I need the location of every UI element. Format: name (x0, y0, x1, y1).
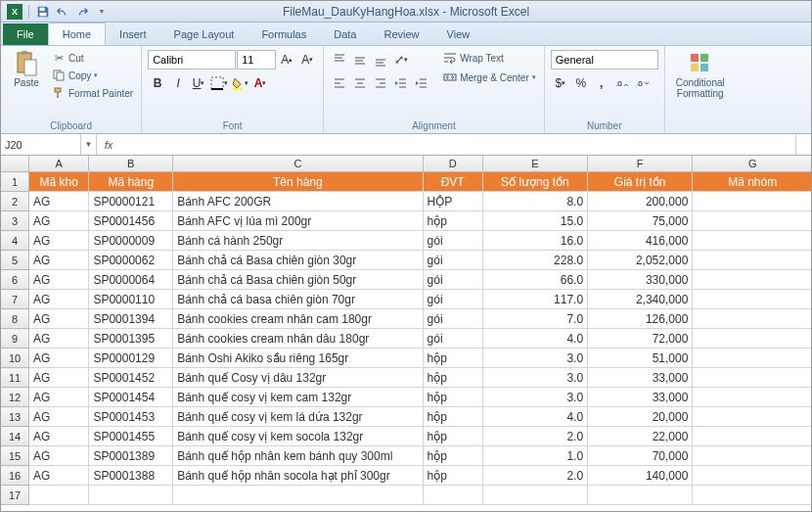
number-format-select[interactable] (551, 50, 658, 70)
name-box[interactable]: J20 (1, 134, 81, 155)
cell[interactable] (173, 486, 423, 505)
cell[interactable]: Số lượng tồn (482, 172, 587, 192)
align-center-icon[interactable] (350, 73, 370, 93)
cell[interactable]: Bánh cookies cream nhân dâu 180gr (173, 329, 423, 349)
cell[interactable]: AG (29, 251, 89, 270)
cell[interactable] (693, 211, 811, 231)
cell[interactable]: hộp (423, 349, 482, 368)
tab-home[interactable]: Home (48, 23, 106, 45)
cell[interactable]: Bánh Oshi Akiko sầu riêng 165gr (173, 349, 423, 368)
wrap-text-button[interactable]: Wrap Text (441, 50, 538, 66)
cell[interactable]: SP0000062 (89, 251, 173, 270)
cell[interactable]: Bánh quế hộp nhân kem bánh quy 300ml (173, 446, 423, 466)
tab-view[interactable]: View (433, 23, 484, 45)
cell[interactable]: 75,000 (588, 211, 693, 231)
cell[interactable]: 3.0 (482, 388, 587, 407)
cell[interactable]: Bánh chả cá basa chiên giòn 70gr (173, 290, 423, 309)
cell[interactable]: HỘP (423, 192, 482, 211)
cell[interactable]: 3.0 (482, 368, 587, 388)
cell[interactable]: 126,000 (588, 309, 693, 329)
name-box-dropdown-icon[interactable]: ▼ (81, 134, 97, 155)
conditional-formatting-button[interactable]: Conditional Formatting (671, 50, 730, 101)
cell[interactable]: AG (29, 368, 89, 388)
cell[interactable]: 228.0 (482, 251, 587, 270)
cell[interactable]: Bánh AFC vị lúa mì 200gr (173, 211, 423, 231)
row-header[interactable]: 16 (1, 466, 29, 486)
cell[interactable]: 117.0 (482, 290, 587, 309)
cell[interactable] (693, 427, 811, 446)
border-button[interactable]: ▾ (209, 73, 229, 93)
cell[interactable] (423, 486, 482, 505)
cell[interactable]: Bánh cá hành 250gr (173, 231, 423, 251)
cell[interactable]: SP0001388 (89, 466, 173, 486)
excel-logo-icon[interactable]: X (7, 4, 23, 20)
font-size-select[interactable] (237, 50, 276, 70)
cell[interactable]: SP0001452 (89, 368, 173, 388)
cell[interactable] (693, 407, 811, 427)
column-header[interactable]: F (588, 156, 693, 172)
cell[interactable]: gói (423, 270, 482, 290)
cell[interactable] (693, 446, 811, 466)
cell[interactable]: 20,000 (588, 407, 693, 427)
cell[interactable]: Giá trị tồn (588, 172, 693, 192)
row-header[interactable]: 14 (1, 427, 29, 446)
spreadsheet-grid[interactable]: ABCDEFG1Mã khoMã hàngTên hàngĐVTSố lượng… (1, 156, 811, 505)
font-color-button[interactable]: A▾ (250, 73, 270, 93)
cell[interactable]: hộp (423, 446, 482, 466)
cell[interactable]: 200,000 (588, 192, 693, 211)
cell[interactable]: Bánh chả cá Basa chiên giòn 30gr (173, 251, 423, 270)
decrease-decimal-icon[interactable]: .0 (633, 73, 653, 93)
copy-button[interactable]: Copy ▾ (50, 68, 135, 83)
cell[interactable]: hộp (423, 427, 482, 446)
currency-icon[interactable]: $▾ (551, 73, 570, 93)
row-header[interactable]: 3 (1, 211, 29, 231)
cell[interactable]: 33,000 (588, 388, 693, 407)
row-header[interactable]: 8 (1, 309, 29, 329)
decrease-indent-icon[interactable] (391, 73, 411, 93)
row-header[interactable]: 13 (1, 407, 29, 427)
cell[interactable] (693, 309, 811, 329)
cell[interactable]: SP0000009 (89, 231, 173, 251)
cell[interactable]: Tên hàng (173, 172, 423, 192)
orientation-icon[interactable]: ⤢▾ (391, 50, 411, 70)
cell[interactable]: AG (29, 466, 89, 486)
cell[interactable]: AG (29, 427, 89, 446)
cell[interactable]: SP0001395 (89, 329, 173, 349)
cell[interactable] (588, 486, 693, 505)
cell[interactable]: 2,052,000 (588, 251, 693, 270)
column-header[interactable]: E (482, 156, 587, 172)
comma-icon[interactable]: , (592, 73, 611, 93)
italic-button[interactable]: I (168, 73, 188, 93)
cell[interactable]: hộp (423, 407, 482, 427)
paste-button[interactable]: Paste (7, 50, 46, 90)
row-header[interactable]: 12 (1, 388, 29, 407)
cell[interactable]: 330,000 (588, 270, 693, 290)
row-header[interactable]: 5 (1, 251, 29, 270)
cell[interactable]: SP0001456 (89, 211, 173, 231)
merge-center-button[interactable]: Merge & Center ▾ (441, 70, 538, 85)
align-right-icon[interactable] (371, 73, 390, 93)
cell[interactable]: Bánh cookies cream nhân cam 180gr (173, 309, 423, 329)
cell[interactable]: 2.0 (482, 466, 587, 486)
cell[interactable]: gói (423, 231, 482, 251)
fx-button[interactable]: fx (97, 139, 120, 151)
tab-review[interactable]: Review (370, 23, 432, 45)
cell[interactable] (482, 486, 587, 505)
row-header[interactable]: 10 (1, 349, 29, 368)
select-all-button[interactable] (1, 156, 29, 172)
cell[interactable] (693, 192, 811, 211)
cell[interactable] (693, 368, 811, 388)
tab-formulas[interactable]: Formulas (248, 23, 320, 45)
cell[interactable]: hộp (423, 368, 482, 388)
align-top-icon[interactable] (330, 50, 349, 70)
column-header[interactable]: A (29, 156, 89, 172)
cell[interactable]: SP0000129 (89, 349, 173, 368)
cell[interactable]: 33,000 (588, 368, 693, 388)
cell[interactable]: 140,000 (588, 466, 693, 486)
cell[interactable]: Mã hàng (89, 172, 173, 192)
cell[interactable]: 3.0 (482, 349, 587, 368)
row-header[interactable]: 1 (1, 172, 29, 192)
cell[interactable]: AG (29, 329, 89, 349)
cell[interactable]: 7.0 (482, 309, 587, 329)
cell[interactable]: Mã nhóm (693, 172, 811, 192)
